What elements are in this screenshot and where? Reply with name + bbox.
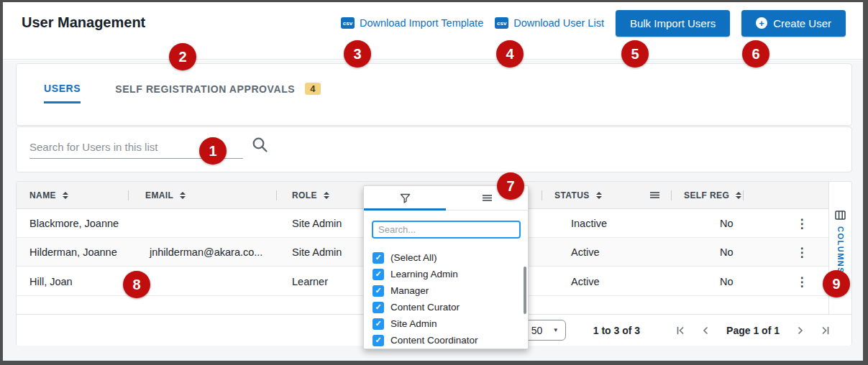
column-divider [542, 190, 542, 200]
download-import-template-link[interactable]: csv Download Import Template [341, 17, 483, 29]
column-divider [671, 190, 672, 200]
filter-option-content-curator[interactable]: ✓ Content Curator [373, 299, 522, 315]
annotation-badge-9: 9 [823, 270, 850, 297]
filter-option-content-coordinator[interactable]: ✓ Content Coordinator [373, 332, 522, 348]
previous-page-button[interactable] [698, 323, 713, 338]
columns-panel-label: COLUMNS [836, 226, 845, 274]
annotation-badge-2: 2 [169, 43, 196, 70]
page-title: User Management [22, 14, 145, 31]
download-user-list-label: Download User List [513, 17, 604, 29]
column-label-role: ROLE [292, 190, 317, 200]
self-reg-count-badge: 4 [305, 83, 320, 95]
checkbox-checked-icon[interactable]: ✓ [373, 302, 384, 313]
sort-icon [324, 192, 329, 199]
annotation-badge-8: 8 [123, 271, 150, 298]
filter-list-scrollbar[interactable] [524, 267, 526, 314]
column-divider [276, 190, 277, 200]
annotation-badge-3: 3 [344, 40, 371, 68]
column-header-email[interactable]: EMAIL [145, 182, 186, 209]
tab-self-registration-approvals[interactable]: SELF REGISTRATION APPROVALS 4 [115, 83, 320, 102]
cell-email: jnhilderman@akara.co... [150, 238, 262, 267]
filter-option-select-all[interactable]: ✓ (Select All) [373, 249, 522, 266]
filter-option-label: Content Curator [390, 302, 460, 313]
last-page-button[interactable] [818, 323, 833, 338]
cell-role: Site Admin [292, 238, 342, 267]
caret-down-icon: ▼ [553, 327, 559, 333]
cell-status: Active [571, 238, 600, 267]
filter-values-tab[interactable] [364, 186, 446, 210]
column-header-role[interactable]: ROLE [292, 182, 329, 209]
next-page-button[interactable] [793, 323, 808, 338]
download-user-list-link[interactable]: csv Download User List [495, 17, 604, 29]
cell-role: Site Admin [292, 209, 342, 238]
download-import-template-label: Download Import Template [360, 17, 483, 29]
cell-status: Inactive [571, 209, 607, 238]
checkbox-checked-icon[interactable]: ✓ [373, 318, 384, 330]
column-divider [743, 190, 744, 200]
create-user-label: Create User [773, 17, 831, 29]
cell-status: Active [571, 267, 600, 296]
csv-icon: csv [495, 17, 508, 29]
status-column-menu-icon[interactable] [649, 190, 660, 203]
checkbox-checked-icon[interactable]: ✓ [373, 335, 384, 346]
column-header-status[interactable]: STATUS [554, 182, 602, 209]
checkbox-checked-icon[interactable]: ✓ [373, 285, 384, 297]
annotation-badge-4: 4 [496, 40, 524, 68]
cell-self-reg: No [720, 209, 734, 238]
filter-option-label: (Select All) [390, 252, 437, 263]
sort-icon [736, 192, 741, 199]
column-header-name[interactable]: NAME [29, 182, 68, 209]
active-tab-indicator [364, 208, 446, 211]
page-indicator: Page 1 of 1 [726, 325, 780, 336]
search-icon[interactable] [251, 136, 270, 157]
filter-option-label: Learning Admin [390, 269, 458, 279]
annotation-badge-5: 5 [621, 40, 649, 68]
filter-option-manager[interactable]: ✓ Manager [373, 282, 522, 299]
annotation-badge-6: 6 [742, 40, 769, 68]
tab-self-reg-label: SELF REGISTRATION APPROVALS [115, 83, 295, 95]
checkbox-checked-icon[interactable]: ✓ [373, 269, 384, 280]
cell-self-reg: No [720, 267, 734, 296]
search-card [16, 126, 852, 172]
checkbox-checked-icon[interactable]: ✓ [373, 252, 384, 264]
annotation-badge-7: 7 [497, 172, 524, 200]
column-header-self-reg[interactable]: SELF REG [684, 182, 741, 209]
filter-option-label: Site Admin [390, 318, 437, 329]
tab-users-label: USERS [44, 83, 81, 94]
top-bar-actions: csv Download Import Template csv Downloa… [341, 8, 846, 38]
cell-name: Hill, Joan [29, 267, 73, 296]
hamburger-menu-icon [482, 193, 493, 203]
filter-option-learning-admin[interactable]: ✓ Learning Admin [373, 266, 522, 282]
column-label-self-reg: SELF REG [684, 190, 729, 200]
cell-name: Hilderman, Joanne [29, 238, 117, 267]
row-actions-kebab-icon[interactable]: ⋮ [793, 244, 810, 261]
cell-name: Blackmore, Joanne [29, 209, 119, 238]
page-size-select[interactable]: 50 ▼ [524, 320, 566, 341]
column-divider [128, 190, 129, 200]
csv-icon: csv [341, 17, 355, 29]
create-user-button[interactable]: + Create User [741, 10, 846, 37]
filter-search-input[interactable] [372, 221, 521, 239]
sort-icon [180, 192, 186, 199]
row-actions-kebab-icon[interactable]: ⋮ [793, 273, 810, 290]
tab-users[interactable]: USERS [44, 83, 81, 103]
first-page-button[interactable] [673, 323, 687, 338]
sort-icon [596, 192, 602, 199]
filter-option-label: Manager [390, 285, 429, 296]
bulk-import-users-button[interactable]: Bulk Import Users [616, 10, 730, 37]
column-label-email: EMAIL [145, 190, 173, 200]
funnel-filter-icon [399, 193, 411, 204]
filter-option-site-admin[interactable]: ✓ Site Admin [373, 315, 522, 332]
user-management-screen: User Management csv Download Import Temp… [0, 0, 868, 365]
row-range-text: 1 to 3 of 3 [593, 325, 640, 336]
cell-self-reg: No [720, 238, 734, 267]
cell-role: Learner [292, 267, 328, 296]
column-label-status: STATUS [554, 190, 590, 200]
filter-option-label: Content Coordinator [390, 335, 478, 346]
columns-grid-icon [835, 211, 846, 220]
top-bar: User Management csv Download Import Temp… [3, 2, 863, 60]
filter-options-list: ✓ (Select All) ✓ Learning Admin ✓ Manage… [373, 249, 522, 348]
row-actions-kebab-icon[interactable]: ⋮ [793, 215, 810, 232]
sort-icon [63, 192, 68, 199]
tab-bar: USERS SELF REGISTRATION APPROVALS 4 [17, 64, 851, 103]
